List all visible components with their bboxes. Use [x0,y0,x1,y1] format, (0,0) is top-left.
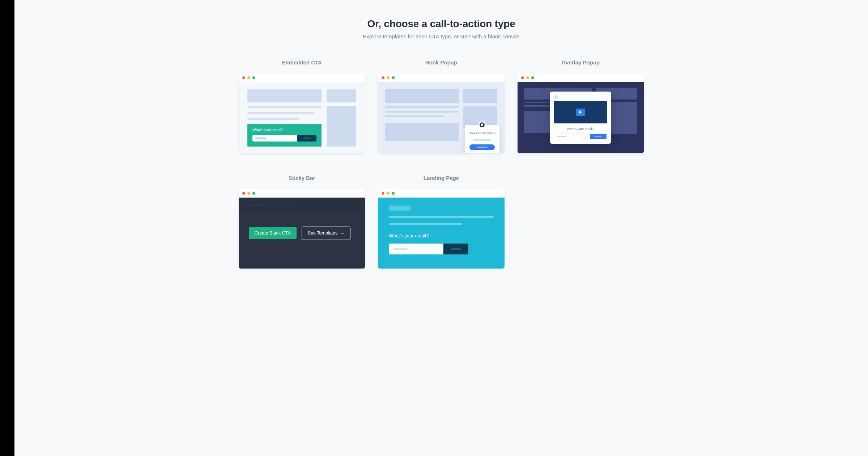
window-dot-green-icon [531,76,534,79]
overlay-body: What's your email? [518,82,644,153]
placeholder-line [247,118,299,120]
card-hook-popup[interactable]: Hook Popup [378,59,504,153]
embedded-widget-label: What's your email? [252,128,316,132]
hook-body: How can we help? [378,82,504,153]
embedded-email-widget: What's your email? [247,124,322,147]
sticky-body: New product! Check it out ✕ Create Blank… [239,198,365,269]
window-dot-yellow-icon [387,76,390,79]
overlay-modal-label: What's your email? [554,127,607,131]
placeholder-block [385,89,459,103]
placeholder-line [385,106,459,108]
left-black-strip [0,0,14,456]
input-placeholder-icon [393,248,408,250]
window-dot-green-icon [392,192,395,195]
placeholder-line [247,106,322,108]
embedded-input [252,135,297,142]
window-titlebar [239,189,365,198]
placeholder-block [327,89,356,102]
play-icon [576,109,585,116]
card-title-overlay: Overlay Popup [518,59,644,66]
input-placeholder-icon [255,138,266,139]
embedded-input-row [252,135,316,142]
window-dot-yellow-icon [247,76,250,79]
overlay-submit [590,134,607,139]
page-title: Or, choose a call-to-action type [36,18,846,30]
overlay-input-row [554,134,607,139]
overlay-modal: What's your email? [550,92,611,144]
placeholder-block [463,89,497,103]
overlay-video-thumb [554,101,607,123]
window-dot-red-icon [242,76,245,79]
landing-submit [443,244,468,254]
window-dot-green-icon [392,76,395,79]
overlay-avatar-icon [554,95,558,99]
window-dot-yellow-icon [526,76,529,79]
create-blank-cta-button[interactable]: Create Blank CTA [249,227,297,239]
placeholder-line [385,115,444,117]
card-preview-landing: What's your email? [378,189,504,269]
card-preview-hook: How can we help? [378,73,504,153]
embedded-body: What's your email? [239,82,365,153]
window-dot-yellow-icon [247,192,250,195]
placeholder-line [473,139,491,141]
embedded-submit [297,135,316,142]
card-preview-overlay: What's your email? [518,73,644,153]
sticky-hover-overlay: Create Blank CTA See Templates → [239,198,365,269]
overlay-input [554,134,590,139]
button-placeholder-icon [477,147,488,148]
page: Or, choose a call-to-action type Explore… [14,0,868,456]
card-sticky-bar[interactable]: Sticky Bar New product! Check it out ✕ C… [239,175,365,269]
card-title-embedded: Embedded CTA [239,59,365,66]
button-placeholder-icon [303,138,311,139]
card-title-landing: Landing Page [378,175,504,181]
card-preview-embedded: What's your email? [239,73,365,153]
placeholder-line [247,112,314,114]
window-dot-green-icon [252,76,255,79]
see-templates-label: See Templates [308,231,337,236]
landing-input [389,244,443,254]
button-placeholder-icon [595,136,601,137]
placeholder-block [327,106,356,147]
button-placeholder-icon [451,248,461,250]
card-embedded-cta[interactable]: Embedded CTA What's your email? [239,59,365,153]
see-templates-button[interactable]: See Templates → [302,227,350,240]
window-dot-red-icon [382,192,384,195]
window-titlebar [378,73,504,82]
placeholder-line [385,111,459,113]
landing-prompt-label: What's your email? [389,233,493,238]
placeholder-line [389,216,493,218]
placeholder-block [385,123,459,141]
window-dot-yellow-icon [387,192,390,195]
arrow-right-icon: → [340,231,344,236]
placeholder-line [389,223,462,225]
window-dot-red-icon [242,192,245,195]
landing-body: What's your email? [378,198,504,269]
landing-input-row [389,244,468,254]
window-dot-red-icon [521,76,524,79]
window-dot-red-icon [382,76,384,79]
hook-avatar-icon [478,121,486,128]
placeholder-block [247,89,322,102]
card-title-hook: Hook Popup [378,59,504,66]
window-titlebar [239,73,365,82]
window-dot-green-icon [252,192,255,195]
page-subtitle: Explore templates for each CTA type, or … [36,33,846,39]
card-overlay-popup[interactable]: Overlay Popup [518,59,644,153]
card-title-sticky: Sticky Bar [239,175,365,181]
card-landing-page[interactable]: Landing Page What's your email? [378,175,504,269]
hook-popup-text: How can we help? [468,131,496,136]
placeholder-block [389,206,410,211]
input-placeholder-icon [557,136,566,137]
hook-popup-cta [469,144,495,150]
window-titlebar [378,189,504,198]
empty-slot [518,175,644,269]
card-preview-sticky: New product! Check it out ✕ Create Blank… [239,189,365,269]
hook-popup-card: How can we help? [465,125,499,153]
window-titlebar [518,73,644,82]
cta-type-grid: Embedded CTA What's your email? [239,59,644,269]
